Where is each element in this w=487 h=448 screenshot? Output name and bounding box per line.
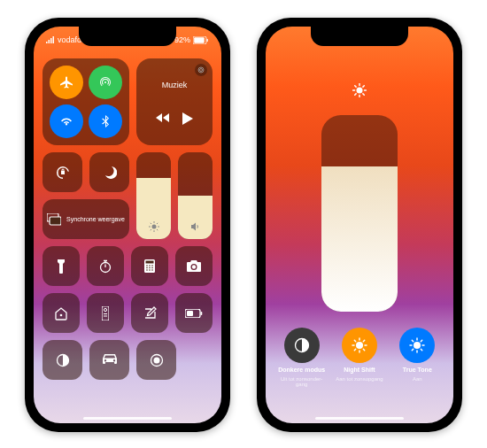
battery-icon <box>193 36 209 44</box>
screen-record-button[interactable] <box>136 340 176 380</box>
svg-rect-18 <box>146 261 154 264</box>
svg-point-28 <box>60 313 63 316</box>
svg-line-13 <box>157 229 158 230</box>
battery-toggle-icon <box>185 309 203 318</box>
notes-button[interactable] <box>131 293 168 333</box>
svg-line-65 <box>413 349 414 350</box>
brightness-slider[interactable] <box>136 152 171 239</box>
moon-icon <box>103 166 117 180</box>
brightness-options: Donkere modus Uit tot zonsonder-gang Nig… <box>266 328 453 388</box>
orientation-lock-toggle[interactable] <box>43 152 82 192</box>
music-title: Muziek <box>162 81 188 89</box>
low-power-toggle[interactable] <box>175 293 213 333</box>
notch <box>311 27 408 46</box>
screen-mirror-icon <box>47 213 61 226</box>
dark-mode-toggle[interactable] <box>43 340 82 380</box>
home-icon <box>54 306 68 321</box>
rewind-icon <box>156 112 170 123</box>
remote-icon <box>102 306 109 321</box>
svg-line-56 <box>354 349 355 350</box>
svg-line-63 <box>413 340 414 341</box>
play-button[interactable] <box>182 112 193 125</box>
svg-line-64 <box>421 349 422 350</box>
music-panel[interactable]: Muziek <box>136 58 213 145</box>
svg-point-25 <box>146 269 148 271</box>
home-indicator[interactable] <box>83 417 172 420</box>
svg-line-66 <box>421 340 422 341</box>
true-tone-option[interactable]: True Tone Aan <box>390 328 444 388</box>
svg-rect-34 <box>187 311 193 316</box>
svg-point-3 <box>198 67 204 73</box>
remote-button[interactable] <box>87 293 124 333</box>
prev-button[interactable] <box>156 112 170 125</box>
svg-rect-32 <box>104 315 107 316</box>
wifi-toggle[interactable] <box>50 104 83 138</box>
cellular-toggle[interactable] <box>89 66 122 99</box>
dark-mode-option[interactable]: Donkere modus Uit tot zonsonder-gang <box>275 328 329 388</box>
svg-point-58 <box>414 342 421 349</box>
svg-point-21 <box>151 265 153 266</box>
svg-line-44 <box>355 86 356 87</box>
calculator-button[interactable] <box>131 246 168 286</box>
svg-line-45 <box>363 94 364 95</box>
svg-rect-31 <box>104 313 107 314</box>
bluetooth-icon <box>98 114 112 128</box>
timer-button[interactable] <box>87 246 124 286</box>
volume-slider[interactable] <box>178 152 213 239</box>
calculator-icon <box>144 259 155 273</box>
sun-icon <box>149 221 159 232</box>
brightness-large-slider[interactable] <box>321 115 398 312</box>
flashlight-icon <box>57 259 66 274</box>
airplane-toggle[interactable] <box>50 66 83 99</box>
compose-icon <box>143 306 157 320</box>
svg-point-38 <box>153 357 159 363</box>
screen: vodafone NL 92% Muziek <box>34 27 221 423</box>
play-icon <box>182 112 193 125</box>
dark-mode-icon <box>56 353 70 367</box>
carplay-button[interactable] <box>89 340 129 380</box>
svg-point-27 <box>151 269 153 271</box>
svg-line-15 <box>157 223 158 224</box>
screen-mirroring-button[interactable]: Synchrone weergave <box>43 199 129 239</box>
battery-pct-label: 92% <box>174 35 190 44</box>
screen-mirror-label: Synchrone weergave <box>66 216 125 223</box>
night-shift-option[interactable]: Night Shift Aan tot zonsopgang <box>333 328 386 388</box>
phone-control-center: vodafone NL 92% Muziek <box>25 18 230 432</box>
airplay-button[interactable] <box>195 64 207 76</box>
airplane-icon <box>59 75 73 89</box>
home-indicator[interactable] <box>315 417 404 420</box>
airplay-icon <box>197 66 205 73</box>
svg-point-49 <box>356 342 363 349</box>
screen: Donkere modus Uit tot zonsonder-gang Nig… <box>266 27 453 423</box>
svg-point-24 <box>151 267 153 269</box>
notch <box>79 27 176 46</box>
flashlight-button[interactable] <box>43 246 80 286</box>
home-button[interactable] <box>43 293 80 333</box>
speaker-icon <box>190 221 201 232</box>
camera-button[interactable] <box>175 246 213 286</box>
camera-icon <box>187 260 201 272</box>
control-center: Muziek Synchrone weergave <box>43 58 213 414</box>
svg-point-4 <box>200 69 203 72</box>
svg-point-19 <box>146 265 148 266</box>
svg-point-20 <box>149 265 151 266</box>
svg-line-55 <box>363 349 364 350</box>
bluetooth-toggle[interactable] <box>89 104 122 138</box>
svg-rect-35 <box>201 312 203 315</box>
svg-line-54 <box>354 340 355 341</box>
svg-rect-6 <box>50 217 61 225</box>
svg-point-7 <box>151 225 156 229</box>
lock-rotation-icon <box>55 165 71 181</box>
record-icon <box>150 353 164 367</box>
svg-point-22 <box>146 267 148 269</box>
wifi-icon <box>59 114 73 128</box>
svg-point-23 <box>149 267 151 269</box>
do-not-disturb-toggle[interactable] <box>89 152 129 192</box>
connectivity-panel[interactable] <box>43 58 129 145</box>
car-icon <box>102 354 118 366</box>
antenna-icon <box>98 75 112 89</box>
night-shift-icon <box>352 337 367 353</box>
phone-brightness-detail: Donkere modus Uit tot zonsonder-gang Nig… <box>257 18 462 432</box>
svg-line-57 <box>363 340 364 341</box>
svg-line-46 <box>355 94 356 95</box>
